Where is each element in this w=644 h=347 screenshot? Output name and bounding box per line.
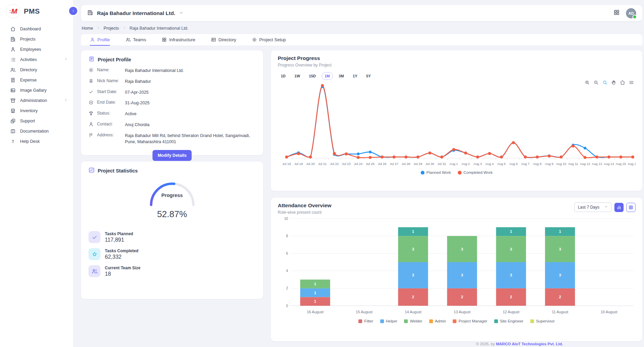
chevron-right-icon [64, 57, 68, 61]
project-statistics-card: Project Statistics Progress 52.87% Tasks… [81, 162, 263, 299]
logo-letter: M [9, 7, 17, 15]
sidebar-collapse-button[interactable] [69, 7, 77, 15]
range-select[interactable]: Last 7 Days [574, 202, 612, 212]
sidebar-item-support[interactable]: Support [0, 116, 73, 126]
sidebar-item-label: Inventory [20, 108, 37, 113]
zoom-in-tool-button[interactable] [584, 80, 590, 87]
gauge-value: 52.87% [88, 209, 256, 220]
chevron-right-icon [96, 26, 100, 30]
field-value: 31-Aug-2025 [125, 100, 149, 106]
breadcrumb-item-home[interactable]: Home [82, 26, 93, 31]
range-button-5y[interactable]: 5Y [363, 72, 374, 80]
star-icon-box [88, 248, 100, 260]
stat-label: Tasks Planned [105, 231, 133, 236]
svg-text:0: 0 [286, 304, 288, 308]
svg-text:14 August: 14 August [405, 310, 421, 314]
sidebar-item-administration[interactable]: Administration [0, 95, 73, 106]
modify-details-button[interactable]: Modify Details [152, 150, 192, 161]
range-select-value: Last 7 Days [578, 205, 599, 210]
legend-helper[interactable]: Helper [380, 319, 398, 323]
sidebar-item-projects[interactable]: Projects [0, 34, 73, 44]
progress-gauge: Progress [147, 179, 198, 208]
user-avatar[interactable]: AD [626, 8, 636, 18]
sidebar-item-inventory[interactable]: Inventory [0, 106, 73, 116]
field-label: Name: [97, 67, 122, 72]
range-button-1y[interactable]: 1Y [350, 72, 360, 80]
star-icon [92, 251, 98, 257]
stat-value: 18 [105, 271, 140, 277]
svg-text:Aug 9: Aug 9 [545, 162, 553, 166]
svg-text:Aug 16: Aug 16 [628, 162, 635, 166]
legend-supervisor[interactable]: Supervisor [530, 319, 555, 323]
legend-swatch [404, 319, 408, 323]
range-button-1m[interactable]: 1M [322, 72, 333, 80]
line-chart-legend: Planned WorkCompleted Work [278, 170, 635, 175]
svg-text:Jul 23: Jul 23 [342, 162, 351, 166]
tab-project-setup[interactable]: Project Setup [252, 34, 286, 46]
chevron-down-icon [604, 205, 608, 210]
home-icon [10, 26, 16, 32]
sidebar-item-label: Administration [20, 98, 47, 103]
hand-tool-button[interactable] [611, 80, 616, 87]
sidebar-item-documentation[interactable]: Documentation [0, 126, 73, 136]
sidebar-item-dashboard[interactable]: Dashboard [0, 24, 73, 34]
legend-label: Admin [435, 319, 446, 323]
range-button-15d[interactable]: 15D [306, 72, 319, 80]
footer: © 2025, by MARCO AIoT Technologies Pvt. … [476, 342, 563, 346]
legend-planned-work[interactable]: Planned Work [421, 170, 451, 175]
profile-field-nick-name: Nick Name:Raja Bahadur [88, 78, 256, 85]
legend-dot [421, 171, 424, 175]
person-icon [90, 37, 95, 42]
sidebar-item-directory[interactable]: Directory [0, 65, 73, 75]
project-selector[interactable]: Raja Bahadur International Ltd. [87, 10, 183, 17]
range-button-1d[interactable]: 1D [278, 72, 289, 80]
range-button-1w[interactable]: 1W [291, 72, 303, 80]
svg-text:Aug 14: Aug 14 [604, 162, 614, 166]
sidebar-item-employees[interactable]: Employees [0, 44, 73, 55]
legend-site-engineer[interactable]: Site Engineer [494, 319, 524, 323]
svg-text:2: 2 [461, 295, 463, 299]
sidebar-item-activities[interactable]: Activities [0, 55, 73, 65]
gear-icon [88, 67, 94, 73]
zoom-out-tool-button[interactable] [593, 80, 599, 87]
legend-admin[interactable]: Admin [429, 319, 446, 323]
magnifier-tool-button[interactable] [602, 80, 608, 87]
svg-text:Jul 30: Jul 30 [425, 162, 434, 166]
apps-grid-button[interactable] [613, 9, 620, 17]
contact-card-icon [211, 37, 216, 42]
tab-teams[interactable]: Teams [126, 34, 146, 46]
footer-company-link[interactable]: MARCO AIoT Technologies Pvt. Ltd. [496, 342, 563, 346]
svg-text:13 August: 13 August [454, 310, 470, 314]
tab-infrastructure[interactable]: Infrastructure [162, 34, 195, 46]
svg-text:Jul 26: Jul 26 [378, 162, 386, 166]
gauge-label: Progress [147, 193, 198, 198]
profile-field-start-date: Start Date:07-Apr-2025 [88, 89, 256, 96]
legend-label: Planned Work [426, 170, 451, 175]
legend-welder[interactable]: Welder [404, 319, 422, 323]
sidebar-item-expense[interactable]: Expense [0, 75, 73, 85]
time-range-buttons: 1D1W15D1M3M1Y5Y [278, 72, 635, 80]
legend-completed-work[interactable]: Completed Work [458, 170, 493, 175]
attendance-overview-card: Attendance Overview Role-wise present co… [271, 198, 642, 341]
tab-label: Infrastructure [169, 37, 195, 42]
breadcrumb-item-projects[interactable]: Projects [103, 26, 119, 31]
tab-profile[interactable]: Profile [90, 34, 110, 46]
chevron-right-icon [123, 26, 126, 31]
bar-view-button[interactable] [614, 203, 624, 212]
tabs-bar: ProfileTeamsInfrastructureDirectoryProje… [81, 34, 642, 46]
legend-fitter[interactable]: Fitter [358, 319, 373, 323]
magnifier-icon [602, 80, 608, 85]
tab-directory[interactable]: Directory [211, 34, 236, 46]
field-value: 07-Apr-2025 [125, 89, 149, 96]
menu-tool-button[interactable] [629, 80, 634, 87]
stat-label: Tasks Completed [105, 248, 138, 253]
sidebar-item-image-gallary[interactable]: Image Gallary [0, 85, 73, 95]
range-button-3m[interactable]: 3M [336, 72, 347, 80]
tab-label: Profile [97, 37, 110, 42]
svg-text:Aug 2: Aug 2 [462, 162, 470, 166]
table-view-button[interactable] [626, 203, 635, 212]
legend-project-manager[interactable]: Project Manager [453, 319, 487, 323]
people-icon [126, 37, 131, 42]
home-tool-button[interactable] [620, 80, 625, 87]
sidebar-item-help-desk[interactable]: Help Desk [0, 136, 73, 147]
